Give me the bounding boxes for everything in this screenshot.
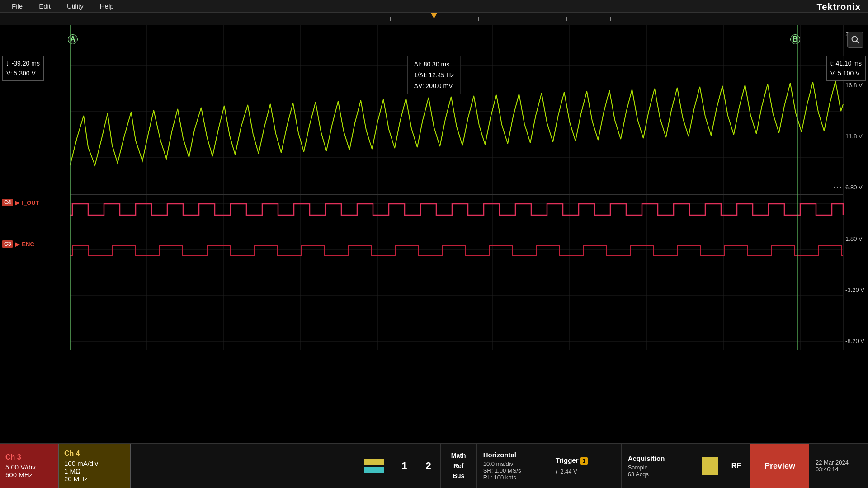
ch4-v-div: 100 mA/div bbox=[64, 460, 125, 467]
scope-area: A B t: -39.20 ms V: 5.300 V t: 41.10 ms … bbox=[0, 25, 868, 350]
v-scale-label-2: 11.8 V bbox=[845, 133, 864, 140]
cursor-a-label: A bbox=[68, 34, 78, 44]
menu-help[interactable]: Help bbox=[92, 1, 122, 11]
ch4-arrow-icon: ▶ bbox=[15, 199, 20, 206]
acq-title: Acquisition bbox=[628, 455, 692, 462]
cursor-b-label: B bbox=[790, 34, 800, 44]
cursor-a-v: V: 5.300 V bbox=[6, 68, 40, 78]
cursor-readout-a: t: -39.20 ms V: 5.300 V bbox=[2, 56, 44, 81]
timeline-bar: T bbox=[0, 13, 868, 25]
ch4-badge: C4 bbox=[2, 199, 13, 206]
ch3-badge: C3 bbox=[2, 240, 13, 248]
v-scale-label-4: 1.80 V bbox=[845, 235, 864, 242]
horizontal-section[interactable]: Horizontal 10.0 ms/div SR: 1.00 MS/s RL:… bbox=[477, 444, 549, 488]
waveform-icon-yellow bbox=[364, 459, 384, 465]
search-icon[interactable] bbox=[847, 32, 863, 48]
trigger-badge: 1 bbox=[580, 457, 588, 465]
ch3-label[interactable]: C3 ▶ ENC bbox=[2, 240, 34, 248]
ref-label: Ref bbox=[453, 461, 464, 471]
preview-btn[interactable]: Preview bbox=[750, 444, 809, 488]
ch3-v-div: 5.00 V/div bbox=[5, 463, 52, 471]
datetime-section: 22 Mar 2024 03:46:14 bbox=[809, 444, 868, 488]
trigger-level: 2.44 V bbox=[560, 468, 577, 475]
cursor-a-line[interactable] bbox=[70, 25, 71, 350]
menu-utility[interactable]: Utility bbox=[59, 1, 92, 11]
math-ref-bus-btn[interactable]: Math Ref Bus bbox=[441, 444, 477, 488]
ch4-bw: 20 MHz bbox=[64, 475, 125, 483]
acq-count: 63 Acqs bbox=[628, 471, 692, 478]
ch4-name: I_OUT bbox=[22, 199, 39, 206]
math-label: Math bbox=[451, 450, 466, 460]
ch4-status-title: Ch 4 bbox=[64, 450, 125, 458]
btn-2[interactable]: 2 bbox=[416, 444, 440, 488]
svg-point-20 bbox=[852, 37, 858, 42]
svg-line-21 bbox=[857, 41, 859, 44]
horizontal-time-div: 10.0 ms/div bbox=[483, 460, 542, 467]
v-scale-label-1: 16.8 V bbox=[845, 82, 864, 89]
ch4-label[interactable]: C4 ▶ I_OUT bbox=[2, 199, 39, 206]
dots-menu[interactable]: ⋮ bbox=[833, 183, 844, 192]
menu-file[interactable]: File bbox=[4, 1, 31, 11]
ref-color-icon bbox=[702, 457, 718, 475]
ch3-status-title: Ch 3 bbox=[5, 453, 52, 461]
btn-1[interactable]: 1 bbox=[392, 444, 416, 488]
date-label: 22 Mar 2024 bbox=[816, 459, 862, 466]
horizontal-title: Horizontal bbox=[483, 451, 542, 459]
v-scale-label-5: -3.20 V bbox=[845, 286, 864, 293]
horizontal-sample-rate: SR: 1.00 MS/s bbox=[483, 467, 542, 474]
v-scale-label-6: -8.20 V bbox=[845, 338, 864, 344]
cursor-a-t: t: -39.20 ms bbox=[6, 58, 40, 68]
ch3-coupling: 500 MHz bbox=[5, 471, 52, 479]
waveform-icon-cyan bbox=[364, 467, 384, 473]
brand-logo: Tektronix bbox=[816, 2, 861, 12]
horizontal-rl: RL: 100 kpts bbox=[483, 474, 542, 481]
ch3-name: ENC bbox=[22, 241, 34, 248]
status-bar: Ch 3 5.00 V/div 500 MHz Ch 4 100 mA/div … bbox=[0, 443, 868, 488]
trigger-slope-icon: / bbox=[556, 468, 557, 476]
rf-btn[interactable]: RF bbox=[722, 444, 750, 488]
acq-mode: Sample bbox=[628, 464, 692, 471]
waveform-btn-1[interactable] bbox=[356, 444, 392, 488]
trigger-line bbox=[434, 25, 434, 350]
ch3-arrow-icon: ▶ bbox=[15, 240, 20, 248]
status-ch3[interactable]: Ch 3 5.00 V/div 500 MHz bbox=[0, 444, 59, 488]
menu-edit[interactable]: Edit bbox=[31, 1, 59, 11]
bus-label: Bus bbox=[453, 471, 464, 481]
v-scale-labels: 21.8 V 16.8 V 11.8 V 6.80 V 1.80 V -3.20… bbox=[845, 25, 864, 350]
menubar: File Edit Utility Help Tektronix bbox=[0, 0, 868, 13]
acquisition-section[interactable]: Acquisition Sample 63 Acqs bbox=[622, 444, 698, 488]
trigger-section[interactable]: Trigger 1 / 2.44 V bbox=[549, 444, 622, 488]
time-label: 03:46:14 bbox=[816, 466, 862, 473]
ref-color-bar bbox=[698, 444, 722, 488]
cursor-b-line[interactable] bbox=[797, 25, 798, 350]
trigger-title: Trigger bbox=[556, 456, 579, 464]
ch4-impedance: 1 MΩ bbox=[64, 467, 125, 475]
status-ch4[interactable]: Ch 4 100 mA/div 1 MΩ 20 MHz bbox=[59, 444, 131, 488]
v-scale-label-3: 6.80 V bbox=[845, 184, 864, 191]
